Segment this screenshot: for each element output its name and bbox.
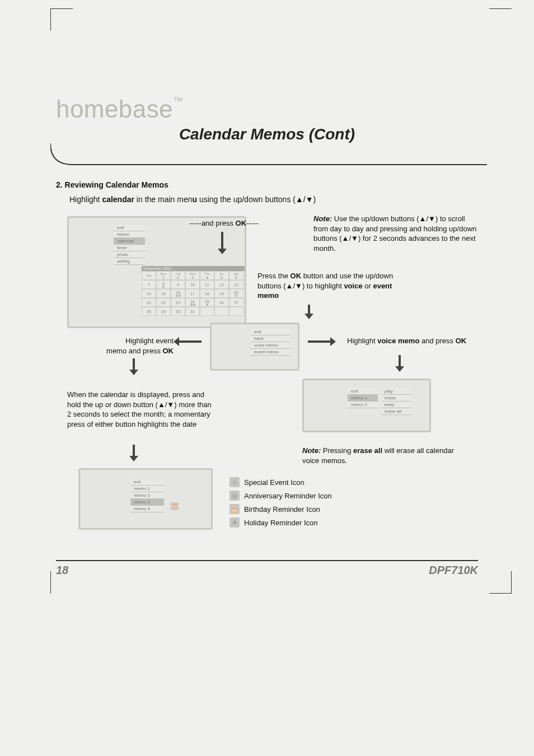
- crop-mark: [489, 571, 512, 594]
- memo-type-back: back: [251, 335, 290, 342]
- voice-action-keep: keep: [381, 402, 411, 408]
- arrow-down-icon: [397, 355, 402, 372]
- menu-item-photo: photo: [114, 251, 145, 258]
- arrow-down-icon: [132, 445, 136, 461]
- note-erase-all: Note: Pressing erase all will erase all …: [302, 446, 465, 465]
- menu-item-setting: setting: [114, 258, 145, 265]
- memo-type-event: event memo: [251, 349, 290, 356]
- event-list-memo4: memo 4: [130, 506, 164, 512]
- plane-icon: ✈: [229, 517, 240, 528]
- calendar-grid: December 2008 Sun Mon1 Tue2 Wed3 Thu4 Fr…: [142, 266, 245, 316]
- arrow-right-icon: [308, 339, 336, 344]
- arrow-down-icon: [132, 358, 136, 375]
- ring-icon: ◎: [229, 491, 240, 501]
- memo-type-screen: exit back voice memo event memo: [210, 323, 299, 371]
- header-curve: [50, 149, 478, 166]
- voice-action-eraseall: erase all: [381, 408, 411, 415]
- arrow-down-icon: [307, 305, 311, 319]
- main-menu-list: exit memo calendar timer photo setting: [114, 225, 145, 265]
- event-list-exit: exit: [130, 479, 164, 486]
- intro-text: Highlight calendar in the main menu usin…: [69, 195, 478, 204]
- memo-type-voice: voice memo: [251, 342, 290, 349]
- event-memo-screen: exit memo 1 memo 2 memo 3 memo 4 🎂: [78, 468, 213, 530]
- voice-memo-screen: exit memo 1 memo 2 play erase keep erase…: [302, 379, 431, 432]
- legend-row: 🎂Birthday Reminder Icon: [229, 504, 375, 514]
- crop-mark: [50, 8, 73, 31]
- section-heading: 2. Reviewing Calendar Memos: [56, 180, 478, 189]
- main-menu-screen: exit memo calendar timer photo setting D…: [67, 216, 246, 328]
- menu-item-calendar: calendar: [114, 238, 145, 245]
- page-title: Calendar Memos (Cont): [56, 125, 478, 143]
- and-press-ok-label: -----and press OK-----: [182, 218, 266, 228]
- page-number: 18: [56, 564, 68, 577]
- memo-type-exit: exit: [251, 329, 290, 335]
- event-list-memo3: memo 3: [130, 499, 164, 506]
- cake-icon: 🎂: [229, 504, 240, 514]
- calendar-displayed-text: When the calendar is displayed, press an…: [67, 390, 213, 429]
- legend-row: ◎Anniversary Reminder Icon: [229, 491, 375, 501]
- voice-action-play: play: [381, 388, 411, 395]
- voice-list-memo2: memo 2: [348, 402, 378, 408]
- menu-item-timer: timer: [114, 245, 145, 251]
- menu-item-memo: memo: [114, 231, 145, 238]
- footer-rule: [56, 560, 478, 561]
- legend-row: ✈Holiday Reminder Icon: [229, 517, 375, 528]
- event-list-memo1: memo 1: [130, 486, 164, 492]
- crop-mark: [489, 8, 512, 31]
- event-type-icon: 🎂: [171, 502, 179, 510]
- menu-item-exit: exit: [114, 225, 145, 231]
- star-icon: ☆: [229, 477, 240, 487]
- arrow-left-icon: [174, 339, 202, 344]
- arrow-down-icon: [220, 232, 224, 254]
- voice-list-memo1: memo 1: [348, 395, 378, 402]
- legend-row: ☆Special Event Icon: [229, 477, 375, 487]
- icon-legend: ☆Special Event Icon ◎Anniversary Reminde…: [229, 474, 375, 531]
- brand-logo: homebase™: [56, 95, 478, 123]
- highlight-voice-text: Highlight voice memo and press OK: [347, 336, 476, 346]
- voice-list-exit: exit: [348, 388, 378, 395]
- voice-action-erase: erase: [381, 395, 411, 402]
- press-ok-highlight-text: Press the OK button and use the up/down …: [257, 271, 403, 301]
- model-number: DPF710K: [429, 564, 478, 577]
- event-list-memo2: memo 2: [130, 492, 164, 499]
- note-scroll: Note: Use the up/down buttons (▲/▼) to s…: [313, 214, 481, 253]
- highlight-event-text: Highlight event memo and press OK: [90, 336, 174, 356]
